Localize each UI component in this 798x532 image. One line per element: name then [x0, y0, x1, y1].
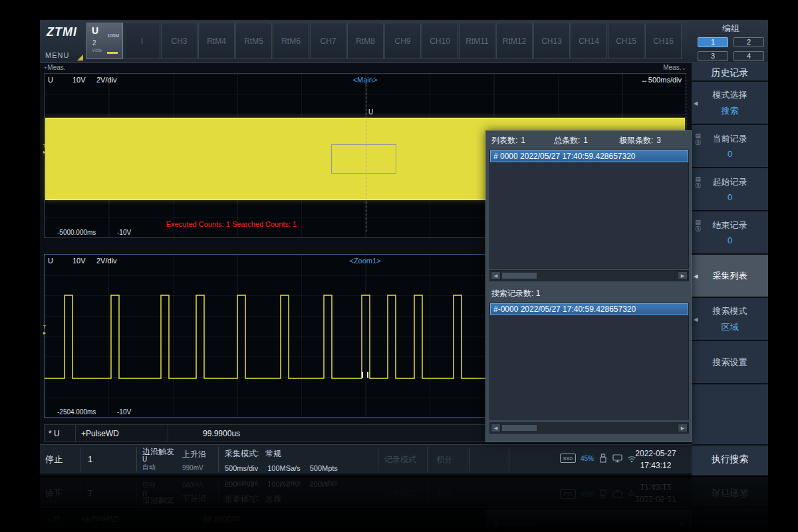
limit-count-label: 极限条数:	[619, 136, 653, 145]
measurement-bar: ‣Meas. Meas.⌄	[44, 64, 686, 73]
trigger-count: 1	[88, 445, 92, 474]
record-list-scrollbar[interactable]: ◀ ▶	[489, 270, 689, 281]
group-button-3[interactable]: 3	[698, 51, 728, 61]
zoom-time-offset: -2504.000ms	[57, 408, 96, 416]
trigger-arrow-icon: ▸	[41, 330, 49, 336]
record-mode-label: 记录模式	[384, 445, 416, 474]
execute-search-button[interactable]: 执行搜索	[692, 444, 768, 473]
list-count-value: 1	[521, 136, 525, 145]
trigger-source: U	[142, 456, 174, 464]
channel-tab-ch13[interactable]: CH13	[533, 23, 570, 59]
menu-title: 历史记录	[692, 63, 768, 82]
record-list: # 0000 2022/05/27 17:40:59.428657320	[489, 150, 689, 269]
menu-button[interactable]: MENU	[45, 51, 69, 59]
trigger-info: 边沿触发 U 自动	[142, 448, 174, 471]
channel-tab-u[interactable]: U 100M 2 V/div	[86, 23, 123, 59]
group-button-1[interactable]: 1	[698, 37, 728, 47]
active-channel-scale: 2	[92, 39, 96, 47]
record-icon: ▤Ⓐ	[695, 219, 701, 232]
menu-item-search-mode[interactable]: ◀ 搜索模式 区域	[692, 298, 768, 341]
channel-tab-ch7[interactable]: CH7	[310, 23, 346, 59]
channel-tab-rtm4[interactable]: RtM4	[198, 23, 235, 59]
menu-item-mode-select[interactable]: ◀ 模式选择 搜索	[692, 82, 768, 125]
channel-tab-rtm11[interactable]: RtM11	[459, 23, 495, 59]
channel-tab-i[interactable]: I	[124, 23, 160, 59]
menu-item-value: 0	[728, 235, 732, 245]
dropdown-icon: ⌄	[681, 65, 686, 71]
record-a-icon: Ⓐ	[695, 139, 701, 146]
menu-item-value: 0	[728, 149, 732, 159]
menu-item-start-record[interactable]: ▤Ⓐ 起始记录 0	[692, 168, 768, 211]
zoom-cursor-ticks	[362, 372, 368, 378]
menu-item-value: 0	[728, 192, 732, 202]
scroll-right-button[interactable]: ▶	[678, 424, 688, 432]
channel-tab-rtm8[interactable]: RtM8	[347, 23, 384, 59]
trigger-marker-icon: T▸	[41, 324, 49, 336]
total-count-value: 1	[583, 136, 588, 145]
channel-tab-rtm5[interactable]: RtM5	[235, 23, 272, 59]
meas-right[interactable]: Meas.⌄	[663, 64, 686, 71]
search-list-scrollbar[interactable]: ◀ ▶	[489, 422, 689, 434]
menu-item-current-record[interactable]: ▤Ⓐ 当前记录 0	[692, 125, 768, 168]
group-buttons: 1 2 3 4	[695, 37, 767, 61]
channel-tab-ch14[interactable]: CH14	[571, 23, 607, 59]
history-list-dialog: 列表数:1 总条数:1 极限条数:3 # 0000 2022/05/27 17:…	[485, 130, 692, 442]
trigger-t-icon: T	[41, 143, 49, 149]
active-channel-label: U	[92, 25, 98, 36]
group-button-2[interactable]: 2	[733, 37, 764, 47]
record-sheet-icon: ▤	[695, 132, 701, 139]
record-row[interactable]: # 0000 2022/05/27 17:40:59.428657320	[490, 150, 688, 162]
menu-item-value: 搜索	[722, 105, 739, 117]
time: 17:43:12	[625, 460, 686, 471]
channel-tab-ch16[interactable]: CH16	[645, 23, 682, 59]
menu-item-acquisition-list[interactable]: ◀ 采集列表	[692, 255, 768, 298]
active-channel-bandwidth: 100M	[107, 33, 119, 38]
menu-item-end-record[interactable]: ▤Ⓐ 结束记录 0	[692, 211, 768, 255]
main-range-label: 10V	[72, 76, 86, 84]
meas-right-label: Meas.	[663, 64, 681, 71]
acq-timebase: 500ms/div	[225, 464, 258, 472]
measurement-source: * U	[45, 429, 75, 438]
channel-tab-ch10[interactable]: CH10	[422, 23, 458, 59]
menu-corner-icon	[77, 55, 83, 61]
scroll-thumb[interactable]	[502, 425, 537, 431]
channel-tab-ch15[interactable]: CH15	[608, 23, 644, 59]
measurement-name: +PulseWD	[76, 429, 168, 438]
zoom-selection-rect[interactable]	[331, 144, 396, 174]
top-bar: ZTMI MENU U 100M 2 V/div I CH3 RtM4 RtM5…	[40, 20, 768, 63]
scroll-right-button[interactable]: ▶	[678, 271, 688, 280]
main-title: <Main>	[353, 76, 378, 84]
menu-item-value: 区域	[722, 321, 739, 333]
trigger-t-icon: T	[41, 324, 49, 330]
scroll-thumb[interactable]	[502, 273, 537, 279]
main-channel-label: U	[48, 76, 53, 84]
limit-count: 极限条数:3	[619, 135, 661, 146]
oscilloscope-screen: ZTMI MENU U 100M 2 V/div I CH3 RtM4 RtM5…	[40, 20, 768, 475]
acq-mode-value: 常规	[265, 449, 281, 458]
trigger-level: 990mV	[182, 464, 206, 471]
active-channel-color-indicator	[107, 52, 118, 54]
back-arrow-icon: ◀	[694, 273, 698, 279]
trigger-type: 边沿触发	[142, 448, 174, 456]
channel-tab-rtm12[interactable]: RtM12	[496, 23, 533, 59]
datetime: 2022-05-27 17:43:12	[625, 448, 686, 471]
search-record-value: 1	[536, 289, 541, 298]
screen-reflection: ZTMI MENU U 100M 2 V/div I CH3 RtM4 RtM5…	[40, 477, 768, 530]
back-arrow-icon: ◀	[694, 316, 698, 322]
scroll-left-button[interactable]: ◀	[491, 424, 501, 432]
menu-item-search-settings[interactable]: 搜索设置	[692, 341, 768, 384]
meas-left: ‣Meas.	[44, 64, 66, 71]
integral-label: 积分	[436, 445, 452, 474]
channel-tab-rtm6[interactable]: RtM6	[273, 23, 309, 59]
channel-tab-ch3[interactable]: CH3	[161, 23, 198, 59]
record-icon: ▤Ⓐ	[695, 132, 701, 146]
usb-icon	[598, 454, 608, 463]
scroll-left-button[interactable]: ◀	[491, 271, 501, 280]
group-button-4[interactable]: 4	[733, 51, 764, 61]
channel-tab-ch9[interactable]: CH9	[384, 23, 421, 59]
back-arrow-icon: ◀	[694, 100, 698, 106]
status-bar: 停止 1 边沿触发 U 自动 上升沿 990mV 采集模式:常规 500ms/d…	[40, 444, 692, 473]
search-record-row[interactable]: #-0000 2022/05/27 17:40:59.428657320	[490, 303, 688, 315]
right-menu: 历史记录 ◀ 模式选择 搜索 ▤Ⓐ 当前记录 0 ▤Ⓐ 起始记录 0 ▤Ⓐ 结束…	[692, 63, 768, 475]
record-sheet-icon: ▤	[695, 176, 701, 182]
